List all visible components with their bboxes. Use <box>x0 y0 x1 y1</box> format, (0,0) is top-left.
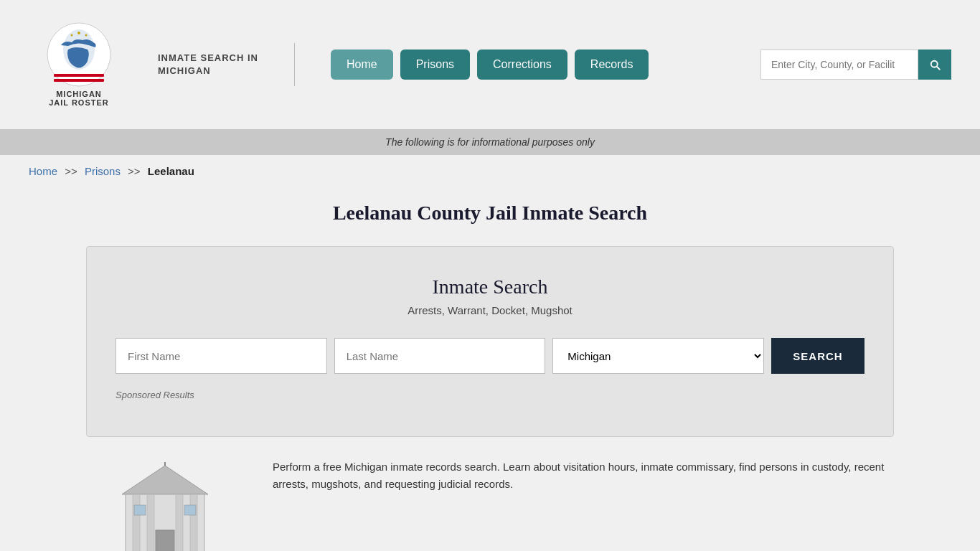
svg-rect-9 <box>133 494 140 551</box>
header-search-input[interactable] <box>760 50 918 80</box>
logo-area: MICHIGAN JAIL ROSTER <box>29 22 129 107</box>
site-logo <box>47 22 111 87</box>
logo-text: MICHIGAN JAIL ROSTER <box>49 90 109 107</box>
search-icon <box>928 58 941 71</box>
header-divider <box>294 43 295 86</box>
site-header: MICHIGAN JAIL ROSTER INMATE SEARCH IN MI… <box>0 0 980 129</box>
page-title-area: Leelanau County Jail Inmate Search <box>0 187 980 246</box>
svg-point-4 <box>71 34 73 37</box>
svg-rect-13 <box>156 530 174 551</box>
site-title: INMATE SEARCH IN MICHIGAN <box>158 52 258 77</box>
breadcrumb-current: Leelanau <box>148 165 194 177</box>
breadcrumb: Home >> Prisons >> Leelanau <box>0 155 980 187</box>
nav-home-button[interactable]: Home <box>331 50 393 80</box>
breadcrumb-sep-2: >> <box>128 165 141 177</box>
breadcrumb-sep-1: >> <box>65 165 77 177</box>
nav-corrections-button[interactable]: Corrections <box>477 50 567 80</box>
search-card-title: Inmate Search <box>116 276 864 298</box>
search-form-row: Michigan SEARCH <box>116 338 864 374</box>
header-search-area <box>760 50 951 80</box>
nav-prisons-button[interactable]: Prisons <box>400 50 470 80</box>
info-bar: The following is for informational purpo… <box>0 129 980 155</box>
svg-rect-18 <box>184 505 196 515</box>
svg-point-2 <box>77 32 80 34</box>
bottom-description: Perform a free Michigan inmate records s… <box>273 458 894 493</box>
sponsored-label: Sponsored Results <box>116 390 864 400</box>
svg-rect-5 <box>54 74 104 77</box>
last-name-input[interactable] <box>334 338 546 374</box>
svg-point-3 <box>85 34 88 37</box>
svg-rect-6 <box>54 79 104 82</box>
svg-marker-7 <box>122 466 208 494</box>
svg-rect-17 <box>134 505 146 515</box>
building-icon-area <box>86 458 244 551</box>
search-card-subtitle: Arrests, Warrant, Docket, Mugshot <box>116 304 864 316</box>
state-select[interactable]: Michigan <box>552 338 764 374</box>
page-title: Leelanau County Jail Inmate Search <box>29 202 951 225</box>
svg-rect-12 <box>190 494 197 551</box>
info-bar-text: The following is for informational purpo… <box>385 136 595 148</box>
nav-area: Home Prisons Corrections Records <box>331 50 739 80</box>
header-search-button[interactable] <box>918 50 951 80</box>
breadcrumb-home[interactable]: Home <box>29 165 57 177</box>
building-icon <box>93 458 237 551</box>
inmate-search-card: Inmate Search Arrests, Warrant, Docket, … <box>86 246 894 437</box>
svg-rect-10 <box>147 494 154 551</box>
svg-rect-11 <box>176 494 183 551</box>
nav-records-button[interactable]: Records <box>575 50 649 80</box>
search-form-button[interactable]: SEARCH <box>771 338 864 374</box>
breadcrumb-prisons[interactable]: Prisons <box>85 165 121 177</box>
bottom-section: Perform a free Michigan inmate records s… <box>0 437 980 551</box>
first-name-input[interactable] <box>116 338 327 374</box>
